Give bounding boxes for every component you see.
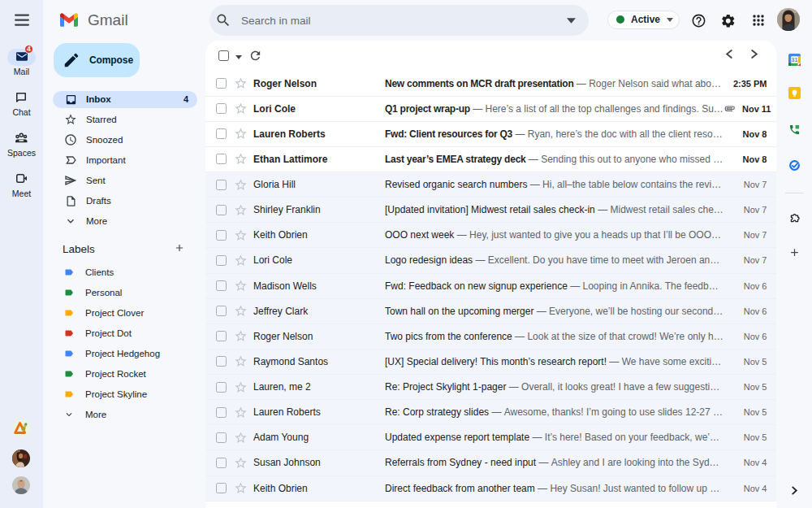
svg-text:31: 31 bbox=[792, 57, 798, 63]
